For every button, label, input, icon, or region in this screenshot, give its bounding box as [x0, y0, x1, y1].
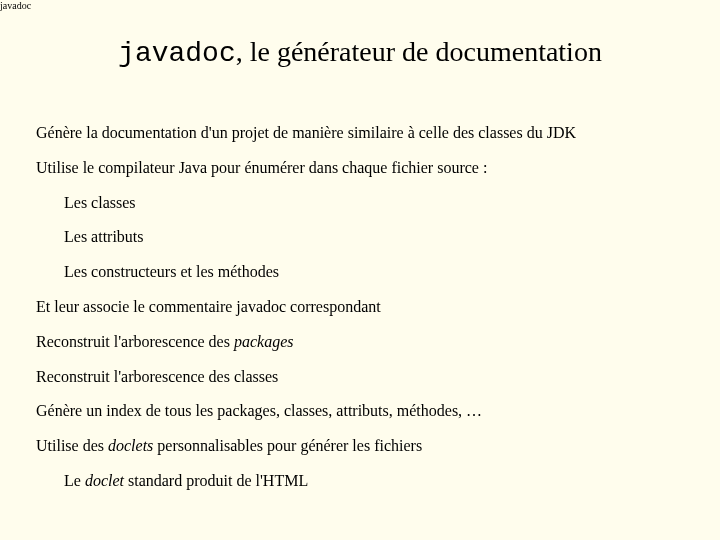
bullet-constructors: Les constructeurs et les méthodes	[36, 262, 690, 283]
title-rest: , le générateur de documentation	[236, 36, 602, 67]
bullet-classes: Les classes	[36, 193, 690, 214]
para-doclets-c: personnalisables pour générer les fichie…	[153, 437, 422, 454]
title-mono: javadoc	[118, 38, 236, 69]
para-doclets-italic: doclets	[108, 437, 153, 454]
para-doclets-a: Utilise des	[36, 437, 108, 454]
para-generate: Génère la documentation d'un projet de m…	[36, 123, 690, 144]
para-associate: Et leur associe le commentaire javadoc c…	[36, 297, 690, 318]
para-compiler: Utilise le compilateur Java pour énumére…	[36, 158, 690, 179]
content-body: Génère la documentation d'un projet de m…	[0, 123, 720, 492]
para-index: Génère un index de tous les packages, cl…	[36, 401, 690, 422]
corner-label: javadoc	[0, 0, 31, 11]
page-title: javadoc, le générateur de documentation	[0, 36, 720, 69]
bullet-attributes: Les attributs	[36, 227, 690, 248]
bullet-doclet-c: standard produit de l'HTML	[124, 472, 308, 489]
bullet-doclet-italic: doclet	[85, 472, 124, 489]
para-classes-tree: Reconstruit l'arborescence des classes	[36, 367, 690, 388]
para-packages: Reconstruit l'arborescence des packages	[36, 332, 690, 353]
para-packages-a: Reconstruit l'arborescence des	[36, 333, 234, 350]
bullet-doclet-std: Le doclet standard produit de l'HTML	[36, 471, 690, 492]
bullet-doclet-a: Le	[64, 472, 85, 489]
para-doclets: Utilise des doclets personnalisables pou…	[36, 436, 690, 457]
para-packages-italic: packages	[234, 333, 294, 350]
